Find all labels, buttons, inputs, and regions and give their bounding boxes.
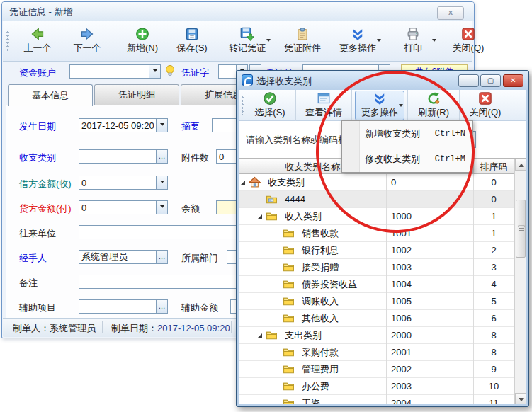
save-icon [185,27,199,41]
debit-input[interactable] [79,176,157,190]
category-sort: 10 [473,378,514,395]
toolbar-button-label: 打印 [404,42,422,55]
debit-arrow[interactable] [156,176,168,190]
category-sort: 8 [473,327,514,344]
category-sort: 9 [473,361,514,378]
expand-toggle-icon[interactable] [257,333,262,338]
tab-basic-info[interactable]: 基本信息 [8,84,93,106]
view-detail-button[interactable]: 查看详情 [299,91,349,120]
prev-button[interactable]: 上一个 [13,23,62,59]
toolbar-button-label: 更多操作 [361,106,398,119]
category-sort: 8 [473,344,514,361]
account-combo-input[interactable] [69,64,149,79]
category-tree: 收支类别0044440收入类别10001销售收款10011银行利息10022接受… [239,174,514,404]
close-button[interactable]: 关闭(Q) [463,91,508,120]
category-sort: 5 [473,293,514,310]
category-table: 收支类别名称 编码 排序码 收支类别0044440收入类别10001销售收款10… [239,158,526,404]
category-code [386,191,475,208]
toolbar-separator [351,90,352,121]
occur-date-input[interactable] [79,118,157,132]
toolbar-button-label: 选择(S) [254,106,285,119]
category-sort: 1 [473,208,514,225]
category-name: 工资 [298,395,386,404]
category-input[interactable] [79,149,157,164]
dialog-minimize-button[interactable]: — [458,74,479,87]
toolbar-button-label: 上一个 [24,42,52,55]
dialog-close-button[interactable]: ✕ [503,74,523,87]
category-name: 销售收款 [298,225,386,242]
refresh-button[interactable]: 刷新(R) [411,91,456,120]
folder-icon [283,261,295,273]
toolbar-button-label: 转记凭证 [229,42,266,55]
select-button[interactable]: 选择(S) [247,91,293,120]
aux-project-label: 辅助项目 [19,302,56,314]
voucher-window-titlebar[interactable]: 凭证信息 - 新增 x [2,2,474,21]
dropdown-caret-icon[interactable] [399,104,403,107]
vertical-scrollbar[interactable] [514,159,526,404]
transfer-voucher-button[interactable]: 转记凭证 [222,23,272,59]
print-button[interactable]: 打印 [388,23,438,59]
menu-item-add-category[interactable]: 新增收支类别Ctrl+N [342,121,472,147]
dialog-titlebar[interactable]: 选择收支类别 — ▢ ✕ [237,71,528,90]
category-name: 采购付款 [298,344,386,361]
expand-toggle-icon[interactable] [257,214,262,219]
save-button[interactable]: 保存(S) [167,23,217,59]
voucher-tabs: 基本信息 凭证明细 扩展信息 [8,84,267,105]
aux-project-input[interactable] [79,299,157,314]
aux-project-browse-button[interactable]: … [156,299,168,314]
dialog-title: 选择收支类别 [256,75,312,88]
toolbar-grip [6,30,9,52]
credit-input[interactable] [79,200,157,214]
refresh-icon [426,91,441,105]
dropdown-caret-icon[interactable] [266,39,271,42]
more-actions-button[interactable]: 更多操作 [333,23,383,59]
remark-label: 备注 [19,277,38,290]
toolbar-button-label: 查看详情 [305,106,342,119]
arrow-left-icon [30,27,45,41]
handler-browse-button[interactable]: … [156,250,168,264]
category-sort: 0 [473,174,514,191]
credit-arrow[interactable] [156,200,168,214]
folder-icon [283,397,295,404]
voucher-window-close-button[interactable]: x [437,6,464,20]
bulb-icon[interactable] [164,64,176,80]
category-name: 收支类别 [264,174,386,191]
folder-icon [283,380,295,392]
tab-voucher-detail[interactable]: 凭证明细 [94,84,179,105]
category-name: 办公费 [298,378,386,395]
dialog-maximize-button[interactable]: ▢ [480,74,501,87]
next-button[interactable]: 下一个 [62,23,112,59]
close-button[interactable]: 关闭(Q) [443,23,493,59]
category-browse-button[interactable]: … [156,149,168,164]
scroll-down-button[interactable] [515,393,526,404]
search-hint-label: 请输入类别名称或编码检索 [246,134,356,147]
menu-item-edit-category[interactable]: 修改收支类别Ctrl+M [342,147,472,172]
summary-label: 摘要 [181,120,200,133]
counterparty-label: 往来单位 [19,227,56,240]
screen: 凭证信息 - 新增 x 上一个下一个新增(N)保存(S)转记凭证凭证附件更多操作… [0,0,532,412]
scrollbar-thumb[interactable] [516,200,526,258]
folder-icon [283,295,295,307]
aux-amount-label: 辅助金额 [181,302,218,314]
dropdown-caret-icon[interactable] [432,39,436,42]
account-combo-arrow[interactable] [149,64,161,79]
column-header-sort[interactable]: 排序码 [473,161,514,173]
category-sort: 11 [473,395,514,404]
toolbar-button-label: 凭证附件 [284,42,321,55]
close-icon [461,27,475,41]
toolbar-button-label: 保存(S) [176,42,207,55]
occur-date-arrow[interactable] [156,118,168,132]
add-button[interactable]: 新增(N) [118,23,167,59]
account-label: 资金账户 [19,67,56,79]
scroll-up-button[interactable] [515,159,526,171]
menu-item-label: 修改收支类别 [365,154,420,164]
voucher-word-input[interactable] [218,64,237,79]
category-name: 管理费用 [298,361,386,378]
add-icon [135,27,149,41]
handler-input[interactable] [79,250,157,264]
expand-toggle-icon[interactable] [240,181,245,185]
dropdown-caret-icon[interactable] [377,39,381,42]
more-actions-button[interactable]: 更多操作 [355,91,404,120]
folder-icon [283,363,295,375]
voucher-attachment-button[interactable]: 凭证附件 [278,23,327,59]
